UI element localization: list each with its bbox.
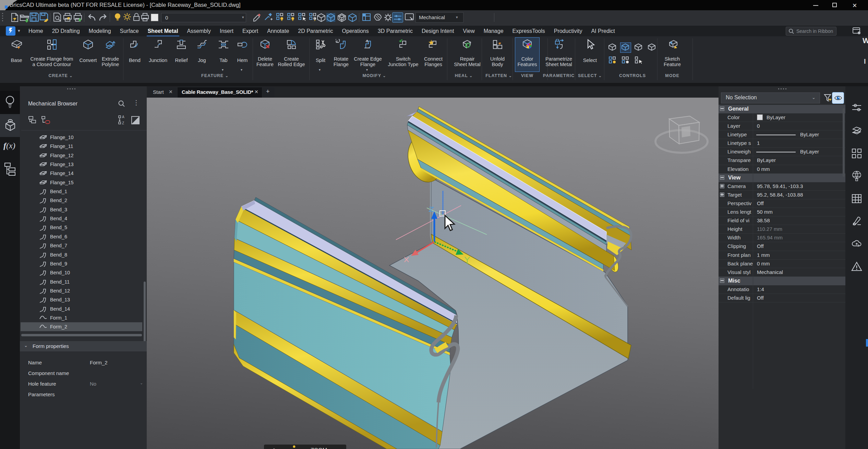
svg-text:A: A — [122, 115, 124, 119]
svg-text:ZOOM: ZOOM — [311, 447, 327, 449]
svg-text:▶: ▶ — [274, 447, 277, 449]
svg-text:Z: Z — [122, 121, 124, 125]
